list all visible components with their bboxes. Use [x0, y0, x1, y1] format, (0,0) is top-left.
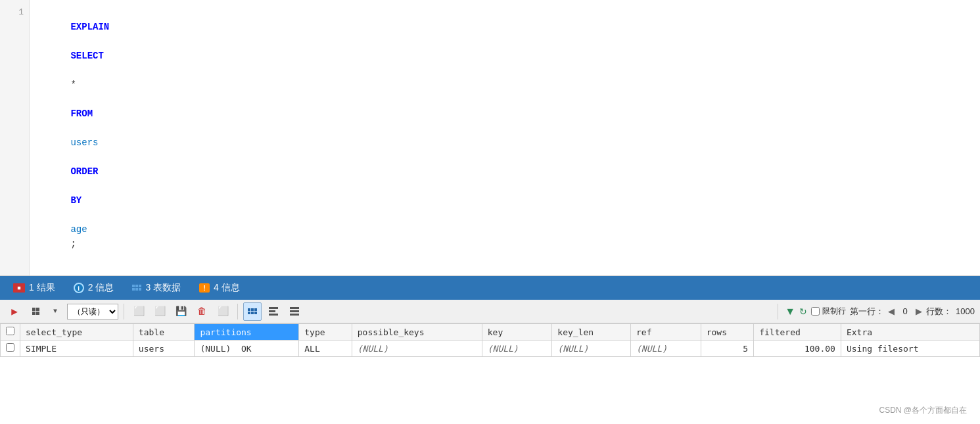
keyword-select: SELECT: [70, 51, 103, 61]
execute-btn[interactable]: ▶: [5, 302, 24, 321]
code-content[interactable]: EXPLAIN SELECT * FROM users ORDER BY age…: [30, 0, 980, 275]
code-line-1: EXPLAIN SELECT * FROM users ORDER BY age…: [37, 5, 972, 266]
delete-btn[interactable]: 🗑: [193, 302, 211, 321]
cell-table: users: [133, 341, 195, 357]
tab-info1[interactable]: i 2 信息: [66, 279, 122, 296]
line-number-1: 1: [0, 5, 29, 20]
cell-partitions-null: (NULL): [200, 344, 231, 354]
dropdown-btn[interactable]: ▼: [46, 302, 64, 321]
cell-filtered: 100.00: [754, 341, 841, 357]
tab-info2-icon: !: [199, 283, 210, 293]
col-header-rows: rows: [701, 324, 754, 341]
grid-view-btn[interactable]: [26, 302, 45, 321]
keyword-by: BY: [70, 195, 82, 206]
table-header-row: select_type table partitions type possib…: [1, 324, 980, 341]
sql-space6: [70, 181, 76, 191]
row-checkbox-1[interactable]: [6, 343, 14, 352]
col-header-partitions: partitions: [195, 324, 299, 341]
col-header-key: key: [482, 324, 552, 341]
limit-label: 限制行: [822, 306, 846, 317]
limit-row-checkbox[interactable]: [811, 307, 820, 316]
tab-tabledata[interactable]: 3 表数据: [124, 279, 189, 296]
limit-row-checkbox-label: 限制行: [811, 306, 846, 317]
tab-tabledata-label: 3 表数据: [145, 282, 181, 294]
refresh-icon: ↻: [799, 306, 807, 317]
sql-table-users: users: [70, 137, 98, 148]
tab-info1-icon: i: [74, 283, 84, 293]
cell-partitions-ok: OK: [241, 344, 252, 354]
save-btn[interactable]: 💾: [172, 302, 190, 321]
text-view-icon: [290, 307, 299, 316]
toolbar-right-section: ▼ ↻ 限制行 第一行： ◀ 0 ▶ 行数： 1000: [775, 304, 975, 319]
tab-bar: ■ 1 结果 i 2 信息 3 表数据 ! 4 信息: [0, 276, 980, 300]
form-view-icon: [269, 307, 278, 316]
keyword-order: ORDER: [70, 166, 98, 177]
grid-icon: [32, 308, 39, 315]
separator-1: [124, 304, 124, 319]
first-row-label: 第一行：: [850, 306, 884, 318]
grid-view-icon: [248, 308, 257, 314]
code-editor[interactable]: 1 EXPLAIN SELECT * FROM users ORDER BY a…: [0, 0, 980, 276]
separator-3: [778, 304, 778, 319]
cell-partitions: (NULL) OK: [195, 341, 299, 357]
col-header-type: type: [299, 324, 352, 341]
row-count-label: 行数：: [926, 306, 952, 318]
results-table: select_type table partitions type possib…: [0, 323, 980, 357]
col-header-key-len: key_len: [552, 324, 631, 341]
import-btn[interactable]: ⬜: [129, 302, 148, 321]
results-toolbar: ▶ ▼ （只读） （读写） ⬜ ⬜ 💾 🗑 ⬜: [0, 300, 980, 323]
col-header-ref: ref: [631, 324, 701, 341]
sql-space7: [70, 210, 76, 220]
nav-value: 0: [898, 306, 912, 316]
tab-result-label: 1 结果: [29, 282, 55, 294]
sql-space1: [70, 36, 76, 47]
col-header-checkbox: [1, 324, 20, 341]
export-btn[interactable]: ⬜: [214, 302, 232, 321]
keyword-explain: EXPLAIN: [70, 22, 109, 32]
tab-info2-label: 4 信息: [214, 282, 240, 294]
col-header-possible-keys: possible_keys: [352, 324, 482, 341]
results-table-container: select_type table partitions type possib…: [0, 323, 980, 357]
view-grid-btn[interactable]: [243, 302, 262, 321]
cell-key: (NULL): [482, 341, 552, 357]
separator-2: [237, 304, 238, 319]
sql-star: *: [70, 80, 76, 90]
line-numbers: 1: [0, 0, 30, 275]
readonly-select[interactable]: （只读） （读写）: [67, 304, 118, 319]
tab-result[interactable]: ■ 1 结果: [5, 279, 63, 296]
sql-field-age: age: [70, 224, 87, 235]
cell-extra: Using filesort: [841, 341, 979, 357]
row-checkbox-cell: [1, 341, 20, 357]
tab-info1-label: 2 信息: [88, 282, 114, 294]
sql-space3: [70, 94, 76, 105]
tab-info2[interactable]: ! 4 信息: [191, 279, 248, 296]
col-header-table: table: [133, 324, 195, 341]
sql-space5: [70, 152, 76, 162]
table-row: SIMPLE users (NULL) OK ALL (NULL) (NULL)…: [1, 341, 980, 357]
nav-prev-icon[interactable]: ◀: [888, 306, 895, 316]
col-header-filtered: filtered: [754, 324, 841, 341]
nav-next-icon[interactable]: ▶: [916, 306, 922, 316]
cell-type: ALL: [299, 341, 352, 357]
tab-tabledata-icon: [132, 285, 141, 291]
copy-btn[interactable]: ⬜: [151, 302, 169, 321]
filter-icon: ▼: [785, 306, 795, 318]
sql-space2: [70, 65, 76, 76]
sql-space4: [70, 123, 76, 133]
view-form-btn[interactable]: [264, 302, 283, 321]
cell-ref: (NULL): [631, 341, 701, 357]
cell-rows: 5: [701, 341, 754, 357]
tab-result-icon: ■: [13, 283, 25, 293]
cell-select-type: SIMPLE: [20, 341, 133, 357]
cell-possible-keys: (NULL): [352, 341, 482, 357]
col-header-extra: Extra: [841, 324, 979, 341]
keyword-from: FROM: [70, 108, 93, 119]
col-header-select-type: select_type: [20, 324, 133, 341]
row-count-value: 1000: [956, 306, 975, 316]
sql-semicolon: ;: [70, 239, 76, 249]
view-text-btn[interactable]: [285, 302, 304, 321]
select-all-checkbox[interactable]: [6, 327, 14, 335]
cell-key-len: (NULL): [552, 341, 631, 357]
watermark: CSDN @各个方面都自在: [879, 405, 967, 416]
